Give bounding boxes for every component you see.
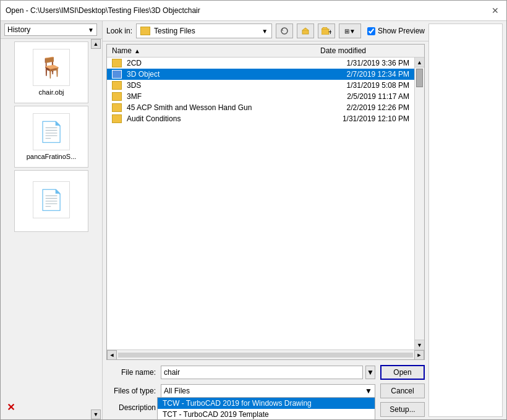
scroll-right-button[interactable]: ► xyxy=(414,350,424,360)
file-icon: 📄 xyxy=(39,188,64,212)
file-icon: 📄 xyxy=(39,120,64,144)
file-row-icon xyxy=(112,114,122,123)
col-date-label: Date modified xyxy=(320,46,366,55)
file-row-date: 2/7/2019 12:34 PM xyxy=(310,70,409,79)
dropdown-arrow: ▼ xyxy=(262,28,268,35)
show-preview-area: Show Preview xyxy=(367,27,425,35)
file-row-date: 1/31/2019 5:08 PM xyxy=(310,81,409,90)
look-in-dropdown[interactable]: Testing Files ▼ xyxy=(136,24,272,38)
show-preview-checkbox[interactable] xyxy=(367,27,375,35)
cancel-button[interactable]: Cancel xyxy=(380,384,425,398)
vertical-scrollbar[interactable]: ▲ ▼ xyxy=(414,58,424,349)
file-name-label: File name: xyxy=(106,368,156,377)
file-list-area: Name ▲ Date modified 2CD 1/31/2019 3:36 … xyxy=(106,44,425,360)
right-panel: Look in: Testing Files ▼ + ⊞▼ xyxy=(103,21,428,419)
svg-rect-1 xyxy=(302,30,309,34)
thumbnail-list: 🪑 chair.obj 📄 pancaFratinoS... xyxy=(1,39,102,234)
title-bar: Open - C:\Users\IMSI\Desktop\Testing Fil… xyxy=(1,1,506,21)
description-label: Description xyxy=(106,402,156,412)
window-title: Open - C:\Users\IMSI\Desktop\Testing Fil… xyxy=(6,6,200,15)
main-content: History ▼ ▲ 🪑 chair.obj xyxy=(1,21,506,419)
thumbnail-label: pancaFratinoS... xyxy=(27,153,77,160)
file-row[interactable]: 3DS 1/31/2019 5:08 PM xyxy=(107,80,424,91)
file-row-date: 1/31/2019 3:36 PM xyxy=(310,59,409,67)
thumbnail-icon-area: 🪑 xyxy=(33,49,70,86)
col-name-header[interactable]: Name ▲ xyxy=(107,46,315,55)
history-header: History ▼ xyxy=(1,21,102,39)
history-label: History xyxy=(7,25,30,34)
file-row[interactable]: 3D Object 2/7/2019 12:34 PM xyxy=(107,69,424,80)
delete-button[interactable]: ✕ xyxy=(7,401,15,413)
file-row-name: Audit Conditions xyxy=(127,114,310,123)
file-row-name: 3D Object xyxy=(127,70,310,79)
file-row-date: 2/5/2019 11:17 AM xyxy=(310,92,409,101)
bottom-form: File name: ▼ Open Files of type: All Fil… xyxy=(103,362,428,419)
file-row-date: 1/31/2019 12:10 PM xyxy=(310,114,409,123)
file-row[interactable]: Audit Conditions 1/31/2019 12:10 PM xyxy=(107,113,424,124)
thumbnail-label: chair.obj xyxy=(39,88,64,96)
setup-button[interactable]: Setup... xyxy=(380,402,425,417)
files-type-select[interactable]: All Files ▼ xyxy=(161,384,375,398)
files-type-row: Files of type: All Files ▼ Cancel TCW - … xyxy=(106,384,425,398)
thumbnail-item[interactable]: 📄 xyxy=(14,170,88,232)
view-options-button[interactable]: ⊞▼ xyxy=(339,24,361,38)
history-dropdown[interactable]: History ▼ xyxy=(4,24,97,36)
file-row-icon xyxy=(112,70,122,79)
col-date-header[interactable]: Date modified xyxy=(315,46,414,55)
file-row[interactable]: 2CD 1/31/2019 3:36 PM xyxy=(107,58,424,69)
file-row[interactable]: 45 ACP Smith and Wesson Hand Gun 2/2/201… xyxy=(107,102,424,113)
preview-pane xyxy=(428,24,503,417)
new-folder-button[interactable]: + xyxy=(318,24,335,38)
nav-back-button[interactable] xyxy=(276,24,293,38)
left-panel: History ▼ ▲ 🪑 chair.obj xyxy=(1,21,103,419)
scroll-up-button[interactable]: ▲ xyxy=(91,39,101,49)
file-row-date: 2/2/2019 12:26 PM xyxy=(310,103,409,112)
thumbnail-icon-area: 📄 xyxy=(33,113,70,150)
folder-icon xyxy=(140,27,150,35)
current-folder-label: Testing Files xyxy=(154,27,195,35)
file-name-input-container: ▼ xyxy=(161,366,375,379)
file-row-name: 45 ACP Smith and Wesson Hand Gun xyxy=(127,103,310,112)
svg-text:+: + xyxy=(328,28,331,35)
file-row-icon xyxy=(112,59,122,67)
look-in-label: Look in: xyxy=(106,27,132,35)
sort-arrow: ▲ xyxy=(134,48,140,54)
thumbnail-item[interactable]: 🪑 chair.obj xyxy=(14,41,88,103)
thumbnail-item[interactable]: 📄 pancaFratinoS... xyxy=(14,106,88,168)
file-type-option[interactable]: TCT - TurboCAD 2019 Template xyxy=(158,409,375,419)
file-row-icon xyxy=(112,92,122,101)
scroll-down-button[interactable]: ▼ xyxy=(91,409,101,419)
file-list-body: 2CD 1/31/2019 3:36 PM 3D Object 2/7/2019… xyxy=(107,58,424,349)
col-name-label: Name xyxy=(112,46,132,55)
file-row-name: 3MF xyxy=(127,92,310,101)
file-row-name: 2CD xyxy=(127,59,310,67)
file-name-dropdown-btn[interactable]: ▼ xyxy=(365,366,375,379)
file-row-icon xyxy=(112,81,122,90)
file-icon: 🪑 xyxy=(39,56,64,79)
file-name-input[interactable] xyxy=(161,366,363,379)
thumbnail-icon-area: 📄 xyxy=(33,181,70,218)
file-row[interactable]: 3MF 2/5/2019 11:17 AM xyxy=(107,91,424,102)
open-dialog: Open - C:\Users\IMSI\Desktop\Testing Fil… xyxy=(0,0,507,420)
file-type-dropdown: TCW - TurboCAD 2019 for Windows DrawingT… xyxy=(157,397,375,419)
history-arrow: ▼ xyxy=(88,27,94,33)
horizontal-scrollbar[interactable]: ◄ ► xyxy=(107,349,424,359)
scroll-left-button[interactable]: ◄ xyxy=(107,350,117,360)
file-row-icon xyxy=(112,103,122,112)
open-button[interactable]: Open xyxy=(380,365,425,380)
files-type-label: Files of type: xyxy=(106,387,156,395)
file-list-header: Name ▲ Date modified xyxy=(107,45,424,58)
close-button[interactable]: ✕ xyxy=(489,4,501,17)
nav-up-button[interactable] xyxy=(297,24,314,38)
file-name-row: File name: ▼ Open xyxy=(106,365,425,380)
show-preview-label: Show Preview xyxy=(378,27,425,35)
files-type-arrow: ▼ xyxy=(365,387,372,395)
file-row-name: 3DS xyxy=(127,81,310,90)
file-type-option[interactable]: TCW - TurboCAD 2019 for Windows Drawing xyxy=(158,398,375,409)
files-type-value: All Files xyxy=(164,387,190,395)
toolbar: Look in: Testing Files ▼ + ⊞▼ xyxy=(103,21,428,41)
svg-point-0 xyxy=(281,28,288,34)
scroll-track xyxy=(118,353,413,358)
files-type-input-container: All Files ▼ xyxy=(161,384,375,398)
